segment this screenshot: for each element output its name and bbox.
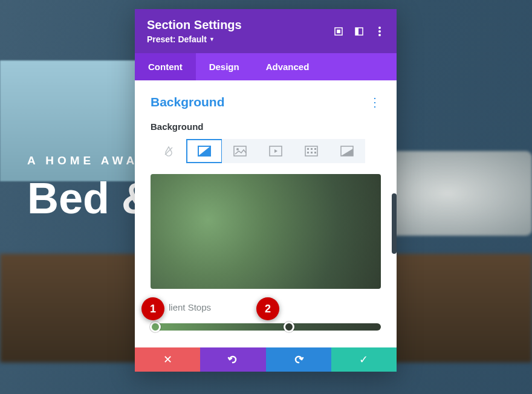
svg-point-4 bbox=[378, 27, 381, 29]
hero-tagline: A HOME AWAY bbox=[27, 154, 153, 167]
annotation-callout-2: 2 bbox=[256, 297, 279, 320]
cancel-button[interactable]: ✕ bbox=[135, 347, 200, 372]
svg-point-10 bbox=[236, 148, 239, 150]
svg-rect-15 bbox=[314, 148, 316, 150]
gradient-icon bbox=[198, 146, 211, 157]
modal-header: Section Settings Preset: Default ▼ bbox=[135, 9, 397, 53]
modal-footer: ✕ ✓ bbox=[135, 347, 397, 372]
redo-button[interactable] bbox=[266, 347, 331, 372]
mask-icon bbox=[340, 146, 354, 157]
gradient-preview[interactable] bbox=[151, 174, 381, 289]
modal-title: Section Settings bbox=[147, 18, 242, 32]
modal-header-actions bbox=[334, 27, 384, 36]
hero-text: A HOME AWAY Bed & bbox=[27, 154, 153, 220]
tab-content[interactable]: Content bbox=[135, 53, 196, 80]
annotation-callout-1: 1 bbox=[141, 297, 164, 320]
preset-prefix: Preset: bbox=[147, 34, 175, 44]
bg-type-video[interactable] bbox=[258, 139, 294, 163]
svg-rect-17 bbox=[311, 152, 313, 153]
svg-point-6 bbox=[378, 34, 381, 36]
droplet-off-icon bbox=[163, 145, 175, 157]
svg-rect-1 bbox=[337, 30, 340, 33]
section-heading-row: Background ⋮ bbox=[151, 95, 381, 109]
preset-selector[interactable]: Preset: Default ▼ bbox=[147, 34, 242, 44]
svg-rect-14 bbox=[311, 148, 313, 150]
gradient-slider[interactable] bbox=[151, 323, 381, 331]
svg-rect-3 bbox=[355, 28, 358, 35]
sidebar-icon[interactable] bbox=[354, 27, 364, 36]
chevron-down-icon: ▼ bbox=[209, 36, 215, 42]
image-icon bbox=[233, 146, 247, 157]
gradient-stop-1[interactable] bbox=[150, 321, 161, 332]
gradient-stop-2[interactable] bbox=[284, 321, 294, 332]
bg-type-pattern[interactable] bbox=[293, 139, 329, 163]
check-icon: ✓ bbox=[359, 353, 368, 366]
svg-rect-18 bbox=[314, 152, 316, 153]
pattern-icon bbox=[305, 146, 318, 157]
modal-header-left: Section Settings Preset: Default ▼ bbox=[147, 18, 242, 44]
expand-icon[interactable] bbox=[334, 27, 343, 36]
svg-rect-12 bbox=[305, 146, 317, 156]
save-button[interactable]: ✓ bbox=[331, 347, 397, 372]
tab-design[interactable]: Design bbox=[196, 53, 253, 80]
bg-type-mask[interactable] bbox=[329, 139, 365, 163]
modal-body: Background ⋮ Background bbox=[135, 80, 397, 372]
redo-icon bbox=[293, 354, 305, 366]
bg-type-image[interactable] bbox=[222, 139, 258, 163]
bg-type-none[interactable] bbox=[151, 139, 187, 163]
section-heading-background[interactable]: Background bbox=[151, 95, 225, 109]
undo-button[interactable] bbox=[200, 347, 265, 372]
field-label-background: Background bbox=[151, 121, 381, 132]
modal-tabs: Content Design Advanced bbox=[135, 53, 397, 80]
bg-type-gradient[interactable] bbox=[186, 139, 222, 163]
preset-value: Default bbox=[178, 34, 206, 44]
hero-headline: Bed & bbox=[27, 176, 153, 220]
tab-advanced[interactable]: Advanced bbox=[253, 53, 323, 80]
close-icon: ✕ bbox=[163, 353, 172, 366]
kebab-menu-icon[interactable] bbox=[375, 27, 384, 36]
background-type-selector bbox=[151, 139, 381, 163]
svg-point-5 bbox=[378, 30, 381, 33]
svg-rect-16 bbox=[307, 152, 309, 153]
undo-icon bbox=[227, 354, 239, 366]
scrollbar[interactable] bbox=[392, 193, 397, 254]
video-icon bbox=[269, 146, 282, 157]
svg-rect-13 bbox=[307, 148, 309, 150]
